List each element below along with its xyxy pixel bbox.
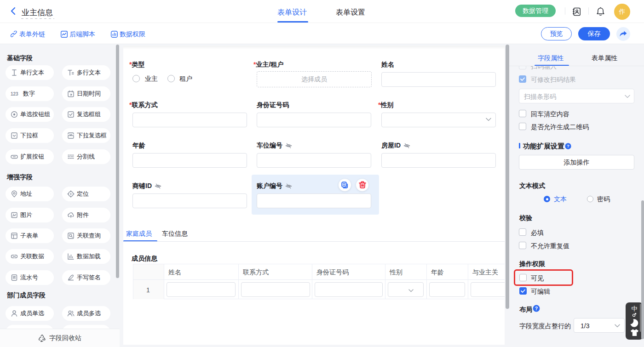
svg-text:?: ? [535,306,538,311]
svg-text:?: ? [567,143,569,148]
svg-text:123: 123 [11,91,18,97]
